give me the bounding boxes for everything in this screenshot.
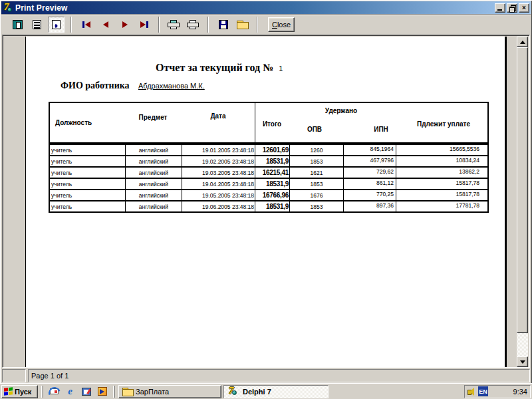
table-row: учитель английский 19.06.2005 23:48:18 1… <box>50 200 487 211</box>
minimize-button[interactable] <box>495 3 505 13</box>
minimize-icon <box>497 9 502 11</box>
window-title: Print Preview <box>15 3 68 13</box>
toolbar-separator <box>207 17 209 33</box>
start-button[interactable]: Пуск <box>1 385 38 398</box>
print-icon <box>187 20 200 30</box>
taskbar: Пуск e ЗарПлата 7 Delphi 7 EN 9:34 <box>0 383 532 399</box>
show-desktop-icon[interactable] <box>80 386 92 397</box>
prior-page-button[interactable] <box>97 17 114 33</box>
header-divider <box>255 103 255 142</box>
report-title: Отчет за текущий год №1 <box>156 62 283 74</box>
toolbar-separator <box>158 17 160 33</box>
printer-setup-icon <box>168 20 180 30</box>
start-label: Пуск <box>15 388 31 396</box>
quick-launch: e <box>47 386 110 397</box>
save-report-button[interactable] <box>215 17 231 33</box>
preview-area: Отчет за текущий год №1 ФИО работника Аб… <box>2 35 530 368</box>
window-controls: × <box>495 3 529 13</box>
report-table: Должность Предмет Дата Итого Удержано ОП… <box>49 102 489 213</box>
table-row: учитель английский 19.05.2005 23:48:18 1… <box>50 189 487 200</box>
outlook-express-icon[interactable] <box>49 386 60 397</box>
arrow-up-icon <box>520 41 525 44</box>
table-row: учитель английский 19.02.2005 23:48:18 1… <box>50 155 487 166</box>
toolbar-separator <box>257 17 258 33</box>
report-page: Отчет за текущий год №1 ФИО работника Аб… <box>25 37 507 367</box>
header-opv: ОПВ <box>307 126 322 133</box>
table-row: учитель английский 19.04.2005 23:48:18 1… <box>50 178 487 189</box>
header-date: Дата <box>210 112 225 120</box>
first-page-button[interactable] <box>78 17 94 33</box>
arrow-down-icon <box>520 360 525 364</box>
close-icon: × <box>522 5 526 11</box>
zoom-100-percent-button[interactable] <box>48 17 65 33</box>
task-zarplata[interactable]: ЗарПлата <box>118 385 221 398</box>
printer-setup-button[interactable] <box>166 17 182 33</box>
restore-icon <box>509 5 515 11</box>
task-delphi-7[interactable]: 7 Delphi 7 <box>223 385 329 398</box>
folder-icon <box>122 388 133 396</box>
toolbar-separator <box>70 17 72 33</box>
next-page-button[interactable] <box>116 17 133 33</box>
first-page-icon <box>82 21 90 28</box>
task-label: ЗарПлата <box>136 388 169 396</box>
prior-page-icon <box>103 21 108 28</box>
header-position: Должность <box>55 119 92 126</box>
close-preview-button[interactable]: Close <box>268 17 295 32</box>
media-player-icon[interactable] <box>96 386 108 397</box>
taskbar-handle[interactable] <box>113 386 115 398</box>
tray-clock[interactable]: 9:34 <box>513 388 527 396</box>
open-folder-icon <box>237 21 248 29</box>
zoom-page-width-icon <box>33 20 41 29</box>
toolbar: Close <box>1 14 531 35</box>
scroll-down-button[interactable] <box>517 356 528 367</box>
status-panel-empty <box>2 369 26 382</box>
load-report-button[interactable] <box>234 17 251 33</box>
system-tray: EN 9:34 <box>464 385 531 398</box>
header-subject: Предмет <box>139 114 168 121</box>
table-row: учитель английский 19.03.2005 23:48:18 1… <box>50 166 487 178</box>
next-page-icon <box>122 21 128 28</box>
zoom-page-width-button[interactable] <box>29 17 45 33</box>
windows-logo-icon <box>4 387 13 396</box>
report-table-header: Должность Предмет Дата Итого Удержано ОП… <box>50 103 487 144</box>
save-icon <box>219 20 228 29</box>
vertical-scrollbar[interactable] <box>517 37 528 367</box>
language-indicator[interactable]: EN <box>478 386 488 396</box>
internet-explorer-icon[interactable]: e <box>65 386 76 397</box>
delphi-app-icon: 7 <box>3 3 13 13</box>
volume-icon[interactable] <box>467 388 475 396</box>
last-page-button[interactable] <box>136 17 152 33</box>
restore-button[interactable] <box>507 3 517 13</box>
close-window-button[interactable]: × <box>519 3 529 13</box>
employee-name: Абдрахманова М.К. <box>138 82 205 90</box>
table-row: учитель английский 19.01.2005 23:48:18 1… <box>50 144 487 155</box>
print-preview-window: 7 Print Preview × Close Отчет за т <box>0 0 532 399</box>
last-page-icon <box>140 21 148 28</box>
scrollbar-thumb[interactable] <box>517 47 528 333</box>
header-withheld-group: Удержано <box>325 107 357 114</box>
zoom-100-percent-icon <box>52 20 61 29</box>
header-payable: Пдлежит уплате <box>417 120 470 128</box>
header-total: Итого <box>263 120 281 128</box>
delphi-task-icon: 7 <box>227 387 238 396</box>
titlebar: 7 Print Preview × <box>1 1 531 14</box>
status-bar: Page 1 of 1 <box>2 369 530 382</box>
report-number: 1 <box>279 65 283 72</box>
zoom-whole-page-icon <box>13 20 23 29</box>
employee-label: ФИО работника <box>61 80 130 91</box>
scroll-up-button[interactable] <box>517 37 528 47</box>
task-label: Delphi 7 <box>243 388 271 396</box>
print-button[interactable] <box>185 17 201 33</box>
status-page-info: Page 1 of 1 <box>28 369 530 382</box>
taskbar-handle[interactable] <box>41 386 43 398</box>
zoom-whole-page-button[interactable] <box>9 17 26 33</box>
header-ipn: ИПН <box>374 126 388 133</box>
